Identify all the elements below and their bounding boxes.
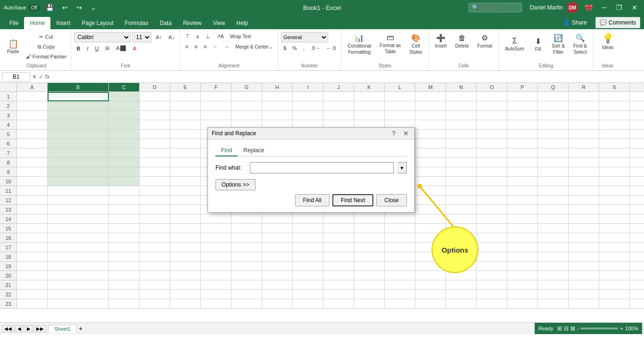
cell-J16[interactable] <box>323 233 354 243</box>
cell-R14[interactable] <box>569 214 599 224</box>
cell-S13[interactable] <box>599 205 630 214</box>
cell-N20[interactable] <box>446 271 477 280</box>
format-button[interactable]: ⚙ Format <box>474 32 496 50</box>
cell-N3[interactable] <box>446 111 477 120</box>
cell-R4[interactable] <box>569 120 599 130</box>
cell-Q14[interactable] <box>538 214 569 224</box>
cell-C19[interactable] <box>109 262 140 271</box>
cell-D17[interactable] <box>140 243 170 252</box>
cell-T4[interactable] <box>630 120 644 130</box>
cell-K1[interactable] <box>354 92 385 101</box>
cell-A3[interactable] <box>17 111 48 120</box>
cell-E14[interactable] <box>170 214 201 224</box>
cell-O8[interactable] <box>477 158 507 167</box>
cell-S15[interactable] <box>599 224 630 233</box>
cell-B18[interactable] <box>48 252 109 262</box>
cell-L21[interactable] <box>385 280 415 290</box>
cell-R23[interactable] <box>569 299 599 309</box>
tab-file[interactable]: File <box>4 17 24 29</box>
border-button[interactable]: ⊟ <box>103 44 112 53</box>
cell-Q9[interactable] <box>538 167 569 177</box>
cell-F22[interactable] <box>201 290 231 299</box>
share-button[interactable]: 👤 Share <box>557 17 593 28</box>
cell-D2[interactable] <box>140 101 170 111</box>
cell-O14[interactable] <box>477 214 507 224</box>
cell-T13[interactable] <box>630 205 644 214</box>
cell-A5[interactable] <box>17 130 48 139</box>
cell-A4[interactable] <box>17 120 48 130</box>
cell-L19[interactable] <box>385 262 415 271</box>
cell-M7[interactable] <box>415 148 446 158</box>
insert-button[interactable]: ➕ Insert <box>432 32 450 50</box>
cell-J2[interactable] <box>323 101 354 111</box>
cell-Q10[interactable] <box>538 177 569 186</box>
cell-reference-box[interactable] <box>2 72 30 82</box>
cell-G17[interactable] <box>231 243 262 252</box>
minimize-button[interactable]: ─ <box>599 3 610 12</box>
cell-M6[interactable] <box>415 139 446 148</box>
cell-M22[interactable] <box>415 290 446 299</box>
dialog-tab-replace[interactable]: Replace <box>238 145 270 156</box>
cell-B21[interactable] <box>48 280 109 290</box>
cell-D3[interactable] <box>140 111 170 120</box>
cell-C13[interactable] <box>109 205 140 214</box>
cell-M14[interactable] <box>415 214 446 224</box>
col-header-i[interactable]: I <box>293 83 323 91</box>
cell-E20[interactable] <box>170 271 201 280</box>
cell-L16[interactable] <box>385 233 415 243</box>
conditional-formatting-button[interactable]: 📊 Conditional Formatting <box>344 32 374 56</box>
cell-C16[interactable] <box>109 233 140 243</box>
cell-H23[interactable] <box>262 299 293 309</box>
cell-Q1[interactable] <box>538 92 569 101</box>
cell-N19[interactable] <box>446 262 477 271</box>
cell-N10[interactable] <box>446 177 477 186</box>
cell-N9[interactable] <box>446 167 477 177</box>
cell-D12[interactable] <box>140 196 170 205</box>
cell-D4[interactable] <box>140 120 170 130</box>
tab-data[interactable]: Data <box>154 17 177 29</box>
cell-O1[interactable] <box>477 92 507 101</box>
cell-K15[interactable] <box>354 224 385 233</box>
cell-S17[interactable] <box>599 243 630 252</box>
cell-Q12[interactable] <box>538 196 569 205</box>
cell-N12[interactable] <box>446 196 477 205</box>
cell-T7[interactable] <box>630 148 644 158</box>
ribbon-search-box[interactable]: 🔍 <box>469 3 522 12</box>
delete-button[interactable]: 🗑 Delete <box>452 32 472 50</box>
cell-O5[interactable] <box>477 130 507 139</box>
cell-T1[interactable] <box>630 92 644 101</box>
formula-input[interactable] <box>51 73 642 81</box>
cell-D20[interactable] <box>140 271 170 280</box>
cell-M2[interactable] <box>415 101 446 111</box>
cell-M12[interactable] <box>415 196 446 205</box>
cell-S19[interactable] <box>599 262 630 271</box>
cell-B9[interactable] <box>48 167 109 177</box>
row-header-3[interactable]: 3 <box>0 111 17 120</box>
cell-D7[interactable] <box>140 148 170 158</box>
cell-J19[interactable] <box>323 262 354 271</box>
cell-B7[interactable] <box>48 148 109 158</box>
cell-O20[interactable] <box>477 271 507 280</box>
cell-D13[interactable] <box>140 205 170 214</box>
cell-F19[interactable] <box>201 262 231 271</box>
cell-O11[interactable] <box>477 186 507 196</box>
cell-R12[interactable] <box>569 196 599 205</box>
search-input[interactable] <box>481 4 519 11</box>
cell-F15[interactable] <box>201 224 231 233</box>
cell-N7[interactable] <box>446 148 477 158</box>
cell-F16[interactable] <box>201 233 231 243</box>
cell-O22[interactable] <box>477 290 507 299</box>
cell-S5[interactable] <box>599 130 630 139</box>
cell-F18[interactable] <box>201 252 231 262</box>
cell-T21[interactable] <box>630 280 644 290</box>
cell-M1[interactable] <box>415 92 446 101</box>
cut-button[interactable]: ✂ Cut <box>24 33 69 41</box>
col-header-a[interactable]: A <box>17 83 48 91</box>
tab-formulas[interactable]: Formulas <box>119 17 154 29</box>
cell-S12[interactable] <box>599 196 630 205</box>
col-header-n[interactable]: N <box>446 83 477 91</box>
cell-B20[interactable] <box>48 271 109 280</box>
cell-I14[interactable] <box>293 214 323 224</box>
bold-button[interactable]: B <box>74 44 83 53</box>
cell-G15[interactable] <box>231 224 262 233</box>
